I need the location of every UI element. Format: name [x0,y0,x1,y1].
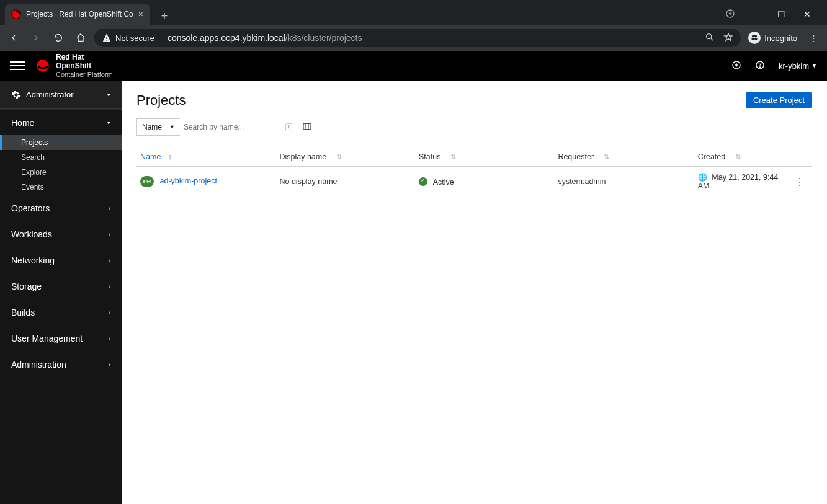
svg-point-5 [752,37,755,40]
nav-group-workloads[interactable]: Workloads › [0,221,122,247]
cell-display: No display name [275,167,415,197]
nav-group-storage[interactable]: Storage › [0,273,122,299]
search-input[interactable] [180,118,285,136]
perspective-switcher[interactable]: Administrator ▾ [0,81,122,109]
bookmark-icon[interactable] [723,32,733,44]
maximize-icon[interactable]: ☐ [775,9,787,19]
app-body: Administrator ▾ Home ▾ Projects Search E… [0,81,827,504]
page-header: Projects Create Project [136,92,812,108]
tab-strip: Projects · Red Hat OpenShift Co × + — ☐ … [0,0,827,25]
chevron-right-icon: › [109,335,110,342]
browser-tab[interactable]: Projects · Red Hat OpenShift Co × [5,4,150,25]
chevron-right-icon: › [109,361,110,368]
project-badge: PR [140,176,154,187]
main-content: Projects Create Project Name ▼ / Name [122,81,827,504]
tab-favicon-icon [11,9,21,19]
table-row: PR ad-ybkim-project No display name Acti… [136,167,812,197]
chevron-right-icon: › [109,257,110,263]
chevron-right-icon: › [109,309,110,316]
nav-group-operators[interactable]: Operators › [0,195,122,221]
filter-toolbar: Name ▼ / [136,118,812,136]
zoom-icon[interactable] [705,32,715,44]
back-button[interactable] [5,29,22,46]
filter-field-dropdown[interactable]: Name ▼ [136,118,180,136]
search-shortcut-hint: / [285,123,292,131]
chevron-down-icon: ▾ [107,92,110,98]
chevron-down-icon: ▼ [811,63,817,69]
sidebar-item-events[interactable]: Events [0,180,122,195]
row-kebab-menu[interactable]: ⋮ [791,177,808,187]
help-icon[interactable] [755,60,765,72]
nav-group-administration[interactable]: Administration › [0,351,122,377]
svg-rect-11 [303,123,311,129]
browser-menu-icon[interactable]: ⋮ [805,29,822,46]
sidebar-item-projects[interactable]: Projects [0,135,122,150]
sort-icon: ⇅ [450,153,456,161]
brand[interactable]: Red Hat OpenShift Container Platform [35,53,113,78]
url-text: console.apps.ocp4.ybkim.local/k8s/cluste… [168,33,362,43]
chevron-right-icon: › [109,205,110,211]
not-secure-label: Not secure [115,33,154,43]
browser-chrome: Projects · Red Hat OpenShift Co × + — ☐ … [0,0,827,51]
nav-group-networking[interactable]: Networking › [0,247,122,273]
cell-created: 🌐 May 21, 2021, 9:44 AM [694,167,787,197]
tab-title: Projects · Red Hat OpenShift Co [26,10,133,19]
columns-button[interactable] [302,122,312,133]
nav-group-builds[interactable]: Builds › [0,299,122,325]
security-indicator[interactable]: Not secure [102,33,161,43]
svg-rect-3 [106,40,107,40]
cell-requester: system:admin [554,167,694,197]
svg-point-4 [707,33,712,38]
minimize-icon[interactable]: — [749,9,761,19]
close-icon[interactable]: × [138,9,143,19]
sort-icon: ⇅ [735,153,741,161]
sidebar-item-search[interactable]: Search [0,150,122,165]
nav-toggle-button[interactable] [10,58,25,73]
home-button[interactable] [72,29,89,46]
sort-icon: ⇅ [604,153,609,161]
project-link[interactable]: ad-ybkim-project [159,177,217,185]
sort-icon: ⇅ [336,153,342,161]
chevron-down-icon: ▾ [107,120,110,126]
close-window-icon[interactable]: ✕ [801,9,813,19]
svg-point-10 [759,66,760,67]
svg-rect-2 [106,37,107,39]
redhat-logo-icon [35,58,51,74]
sidebar: Administrator ▾ Home ▾ Projects Search E… [0,81,122,504]
col-requester[interactable]: Requester ⇅ [554,148,694,167]
new-tab-button[interactable]: + [156,7,173,25]
window-controls: — ☐ ✕ [717,4,822,25]
col-display[interactable]: Display name ⇅ [275,148,415,167]
chevron-right-icon: › [109,231,110,237]
create-project-button[interactable]: Create Project [746,92,812,108]
incognito-icon [748,32,761,44]
col-status[interactable]: Status ⇅ [415,148,554,167]
address-bar[interactable]: Not secure console.apps.ocp4.ybkim.local… [94,29,741,47]
status-active-icon [419,177,427,186]
projects-table: Name ↑ Display name ⇅ Status ⇅ Requester… [136,148,812,197]
add-icon[interactable] [731,60,741,72]
downloads-icon[interactable] [725,9,735,20]
nav-group-home-items: Projects Search Explore Events [0,135,122,195]
app-masthead: Red Hat OpenShift Container Platform kr-… [0,51,827,81]
sidebar-item-explore[interactable]: Explore [0,165,122,180]
incognito-badge[interactable]: Incognito [746,30,800,45]
chevron-down-icon: ▼ [169,124,175,130]
nav-group-user-management[interactable]: User Management › [0,325,122,351]
address-row: Not secure console.apps.ocp4.ybkim.local… [0,25,827,51]
sort-asc-icon: ↑ [168,153,172,161]
gear-icon [11,90,21,100]
user-menu[interactable]: kr-ybkim ▼ [779,61,817,71]
reload-button[interactable] [50,29,67,46]
cell-status: Active [415,167,554,197]
nav-group-home[interactable]: Home ▾ [0,109,122,135]
chevron-right-icon: › [109,283,110,290]
forward-button[interactable] [27,29,45,46]
globe-icon: 🌐 [698,173,707,182]
page-title: Projects [136,92,186,108]
svg-point-6 [754,37,758,40]
col-created[interactable]: Created ⇅ [694,148,787,167]
col-name[interactable]: Name ↑ [136,148,275,167]
